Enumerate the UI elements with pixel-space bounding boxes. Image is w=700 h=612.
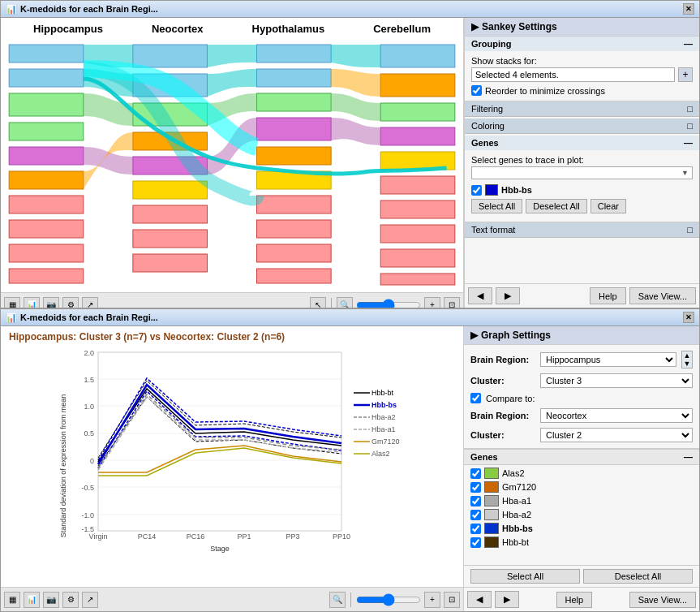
filtering-section-header[interactable]: Filtering □ xyxy=(465,101,699,117)
text-format-section-header[interactable]: Text format □ xyxy=(465,222,699,238)
brain-region2-row: Brain Region: Neocortex xyxy=(464,406,699,425)
svg-rect-5 xyxy=(9,147,84,165)
chart-bar-icon[interactable]: 📊 xyxy=(24,592,40,608)
cluster2-select[interactable]: Cluster 2 xyxy=(540,428,693,442)
compare-to-label: Compare to: xyxy=(486,394,535,403)
svg-rect-31 xyxy=(380,74,455,97)
chart-zoom-plus[interactable]: + xyxy=(424,592,440,608)
hbb-bs-checkbox[interactable] xyxy=(471,185,482,196)
svg-rect-9 xyxy=(9,244,84,262)
clear-genes-button[interactable]: Clear xyxy=(590,199,626,213)
hba-a2-color-box xyxy=(484,509,499,520)
gene-row-gm7120: Gm7120 xyxy=(470,481,693,493)
bottom-window-close[interactable]: ✕ xyxy=(683,312,694,323)
genes-content: Select genes to trace in plot: ▼ Hbb-bs xyxy=(465,150,699,222)
genes-section: Genes — Select genes to trace in plot: ▼ xyxy=(465,136,699,222)
cluster2-label: Cluster: xyxy=(470,430,535,440)
compare-to-checkbox[interactable] xyxy=(470,393,481,403)
chart-title: Hippocampus: Cluster 3 (n=7) vs Neocorte… xyxy=(1,326,463,344)
genes-minimize: — xyxy=(684,452,693,462)
gene-select-dropdown[interactable]: ▼ xyxy=(471,166,693,179)
sankey-settings-header: ▶ Sankey Settings xyxy=(465,18,699,37)
camera-icon[interactable]: 📷 xyxy=(43,297,59,308)
sankey-settings-arrow: ▶ xyxy=(471,21,479,32)
zoom-slider[interactable] xyxy=(356,299,421,308)
svg-rect-1 xyxy=(9,45,84,62)
genes-header[interactable]: Genes — xyxy=(465,136,699,150)
hbb-bs-color xyxy=(485,184,498,196)
svg-text:-1.0: -1.0 xyxy=(81,511,94,519)
top-window-title: K-medoids for each Brain Regi... xyxy=(20,4,158,14)
help-button-top[interactable]: Help xyxy=(590,287,626,304)
hba-a2-checkbox[interactable] xyxy=(470,510,481,520)
chart-export-icon[interactable]: ↗ xyxy=(82,592,98,608)
svg-text:1.0: 1.0 xyxy=(84,403,94,411)
save-view-button-bottom[interactable]: Save View... xyxy=(629,592,696,608)
chart-table-icon[interactable]: ▦ xyxy=(4,592,20,608)
cluster-select[interactable]: Cluster 3 xyxy=(540,373,693,388)
pointer-icon[interactable]: ↖ xyxy=(310,297,326,308)
scroll-right-btn[interactable]: ▶ xyxy=(496,287,520,304)
svg-rect-32 xyxy=(380,103,455,121)
brain-region2-select[interactable]: Neocortex xyxy=(540,408,693,423)
select-all-genes-button[interactable]: Select All xyxy=(471,199,522,213)
grouping-content: Show stacks for: Selected 4 elements. + … xyxy=(465,51,699,101)
chart-icon[interactable]: 📊 xyxy=(24,297,40,308)
add-stack-button[interactable]: + xyxy=(678,67,693,82)
gm7120-checkbox[interactable] xyxy=(470,482,481,493)
svg-rect-37 xyxy=(380,225,455,243)
gene-row-hbb-bs: Hbb-bs xyxy=(470,523,693,534)
graph-scroll-right-btn[interactable]: ▶ xyxy=(495,591,519,608)
deselect-all-bottom-button[interactable]: Deselect All xyxy=(583,569,693,584)
sankey-toolbar: ▦ 📊 📷 ⚙ ↗ ↖ 🔍 + ⊡ xyxy=(1,292,463,308)
svg-text:Hba-a1: Hba-a1 xyxy=(371,425,396,433)
svg-rect-38 xyxy=(380,249,455,267)
alas2-checkbox[interactable] xyxy=(470,468,481,479)
sankey-label-cerebellum: Cerebellum xyxy=(373,23,431,35)
zoom-plus[interactable]: + xyxy=(424,297,440,308)
save-view-button-top[interactable]: Save View... xyxy=(629,287,696,304)
chart-settings2-icon[interactable]: ⚙ xyxy=(62,592,79,608)
alas2-label: Alas2 xyxy=(502,468,525,478)
brain-region-scroll[interactable]: ▲▼ xyxy=(681,351,693,368)
hba-a1-checkbox[interactable] xyxy=(470,496,481,506)
grouping-section: Grouping — Show stacks for: Selected 4 e… xyxy=(465,37,699,101)
show-stacks-input[interactable]: Selected 4 elements. xyxy=(471,67,675,82)
coloring-section-header[interactable]: Coloring □ xyxy=(465,119,699,134)
toolbar-separator xyxy=(331,298,332,308)
settings-icon[interactable]: ⚙ xyxy=(62,297,79,308)
sankey-settings-footer: ◀ ▶ Help Save View... xyxy=(465,283,699,308)
export-icon[interactable]: ↗ xyxy=(82,297,98,308)
grouping-header[interactable]: Grouping — xyxy=(465,37,699,51)
help-button-bottom[interactable]: Help xyxy=(556,592,593,608)
svg-rect-18 xyxy=(133,230,208,248)
zoom-icon[interactable]: 🔍 xyxy=(337,297,353,308)
brain-region-label: Brain Region: xyxy=(470,355,535,364)
chart-camera-icon[interactable]: 📷 xyxy=(43,592,59,608)
chart-zoom-slider[interactable] xyxy=(356,593,421,606)
chart-zoom-fit[interactable]: ⊡ xyxy=(444,592,460,608)
svg-text:Hbb-bs: Hbb-bs xyxy=(371,401,397,409)
zoom-fit[interactable]: ⊡ xyxy=(444,297,460,308)
brain-region-select[interactable]: Hippocampus xyxy=(540,352,676,367)
graph-scroll-left-btn[interactable]: ◀ xyxy=(467,591,492,608)
genes-label: Genes xyxy=(471,138,499,148)
gene-row-alas2: Alas2 xyxy=(470,468,693,479)
svg-text:0: 0 xyxy=(90,457,94,465)
svg-rect-28 xyxy=(257,244,332,262)
table-icon[interactable]: ▦ xyxy=(4,297,20,308)
svg-text:Alas2: Alas2 xyxy=(371,450,390,458)
svg-rect-22 xyxy=(257,93,332,111)
top-window-close[interactable]: ✕ xyxy=(683,3,694,15)
graph-settings-header: ▶ Graph Settings xyxy=(464,326,699,345)
scroll-left-btn[interactable]: ◀ xyxy=(468,287,492,304)
select-all-bottom-button[interactable]: Select All xyxy=(470,569,580,584)
svg-rect-33 xyxy=(380,127,455,145)
deselect-all-genes-button[interactable]: Deselect All xyxy=(526,199,586,213)
chart-zoom-icon[interactable]: 🔍 xyxy=(329,592,346,608)
svg-text:Gm7120: Gm7120 xyxy=(371,437,400,446)
hbb-bt-checkbox[interactable] xyxy=(470,537,481,548)
svg-rect-20 xyxy=(257,45,332,62)
hbb-bs-graph-checkbox[interactable] xyxy=(470,524,481,534)
reorder-checkbox[interactable] xyxy=(471,85,482,96)
